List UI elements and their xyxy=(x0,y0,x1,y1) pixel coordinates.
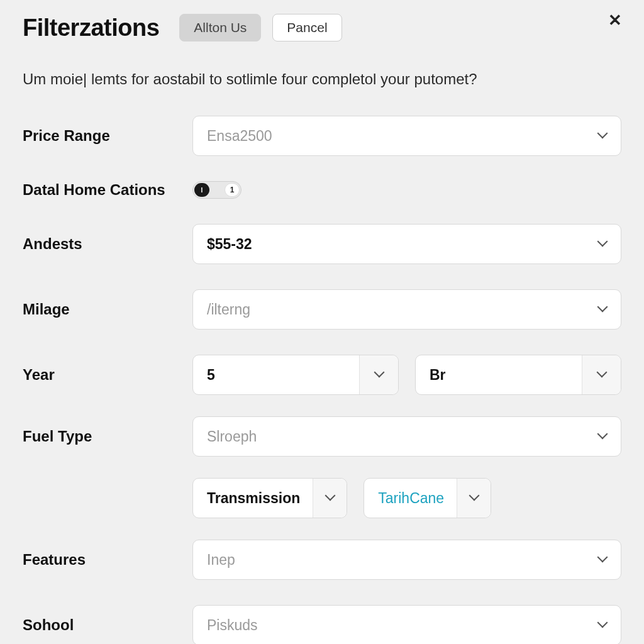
year-to-select[interactable]: Br xyxy=(415,355,621,395)
pancel-button[interactable]: Pancel xyxy=(272,14,341,42)
price-range-value: Ensa2500 xyxy=(207,128,272,145)
filters-form: Price Range Ensa2500 Datal Home Cations … xyxy=(23,116,621,644)
chevron-down-icon xyxy=(597,306,608,313)
features-value: Inep xyxy=(207,552,235,569)
tarihcane-select[interactable]: TarihCane xyxy=(364,478,491,518)
label-sohool: Sohool xyxy=(23,616,192,634)
chevron-down-icon xyxy=(597,433,608,440)
year-from-select[interactable]: 5 xyxy=(192,355,399,395)
price-range-select[interactable]: Ensa2500 xyxy=(192,116,621,156)
chevron-down-icon xyxy=(325,494,336,502)
label-milage: Milage xyxy=(23,301,192,318)
features-select[interactable]: Inep xyxy=(192,540,621,580)
chevron-down-icon xyxy=(374,371,385,379)
label-year: Year xyxy=(23,366,192,384)
close-icon[interactable]: ✕ xyxy=(605,10,625,30)
header-actions: Allton Us Pancel xyxy=(179,14,341,42)
label-features: Features xyxy=(23,551,192,569)
chevron-down-icon xyxy=(597,132,608,140)
subtitle-text: Um moie| lemts for aostabil to sotlimle … xyxy=(23,70,621,88)
sohool-select[interactable]: Piskuds xyxy=(192,605,621,644)
chevron-down-icon xyxy=(469,494,480,502)
allton-us-button[interactable]: Allton Us xyxy=(179,14,261,42)
transmission-value: Transmission xyxy=(207,490,313,507)
page-title: Filterzations xyxy=(23,14,159,42)
andests-value: $55-32 xyxy=(207,236,252,253)
milage-value: /ilterng xyxy=(207,301,250,318)
milage-select[interactable]: /ilterng xyxy=(192,289,621,330)
chevron-down-icon xyxy=(597,621,608,629)
chevron-down-icon xyxy=(597,556,608,564)
fuel-type-value: Slroeph xyxy=(207,428,257,445)
toggle-left: I xyxy=(194,183,209,197)
sohool-value: Piskuds xyxy=(207,617,258,634)
fuel-type-select[interactable]: Slroeph xyxy=(192,416,621,457)
label-price-range: Price Range xyxy=(23,127,192,145)
toggle-right: 1 xyxy=(225,183,240,197)
tarihcane-value: TarihCane xyxy=(378,490,457,507)
chevron-down-icon xyxy=(597,240,608,248)
chevron-down-icon xyxy=(596,371,608,379)
andests-select[interactable]: $55-32 xyxy=(192,224,621,264)
label-fuel-type: Fuel Type xyxy=(23,428,192,445)
year-to-value: Br xyxy=(430,367,446,384)
transmission-select[interactable]: Transmission xyxy=(192,478,347,518)
home-cations-toggle[interactable]: I 1 xyxy=(192,181,242,199)
label-andests: Andests xyxy=(23,235,192,253)
label-home-cations: Datal Home Cations xyxy=(23,181,192,199)
year-from-value: 5 xyxy=(207,367,215,384)
